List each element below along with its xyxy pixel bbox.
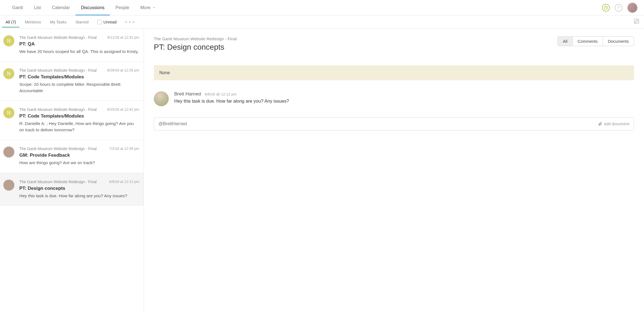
comment: Brett Harned 6/6/18 @ 12:12 pm Hey this … bbox=[154, 91, 634, 106]
compose-icon[interactable] bbox=[634, 18, 640, 25]
thread-title: PT: QA bbox=[19, 41, 139, 47]
thread-date: 9/11/18 at 12:32 pm bbox=[107, 35, 139, 39]
none-banner: None bbox=[154, 65, 634, 80]
comment-body: Hey this task is due. How far along are … bbox=[174, 98, 289, 104]
topnav-tab-discussions[interactable]: Discussions bbox=[75, 0, 110, 15]
subnav-tab-mentions[interactable]: Mentions bbox=[20, 17, 46, 28]
photo-avatar-icon bbox=[3, 146, 14, 158]
subnav-tab-starred[interactable]: Starred bbox=[71, 17, 93, 28]
thread-date: 7/2/18 at 12:39 pm bbox=[109, 146, 139, 151]
initial-avatar-icon: N bbox=[3, 68, 14, 79]
thread-preview: How are things going? Are we on track? bbox=[19, 160, 139, 166]
thread-preview: We have 20 hours scoped for all QA. This… bbox=[19, 49, 139, 55]
thread-title: PT: Code Templates/Modules bbox=[19, 74, 139, 80]
checkbox-icon[interactable] bbox=[97, 20, 102, 24]
sub-nav: All (7)MentionsMy TasksStarred Unread • … bbox=[0, 15, 644, 29]
topnav-tab-calendar[interactable]: Calendar bbox=[46, 0, 75, 15]
thread-date: 8/15/18 at 12:42 pm bbox=[107, 107, 139, 111]
add-document-label: add document bbox=[604, 122, 629, 126]
thread-item[interactable]: The Gantt Museum Website Redesign - Fina… bbox=[0, 140, 144, 173]
reply-box[interactable]: add document bbox=[154, 117, 634, 130]
comment-avatar bbox=[154, 91, 169, 106]
pill-documents[interactable]: Documents bbox=[603, 37, 634, 46]
topnav-tab-list[interactable]: List bbox=[28, 0, 46, 15]
comment-author: Brett Harned bbox=[174, 91, 201, 97]
subnav-tab-my-tasks[interactable]: My Tasks bbox=[46, 17, 71, 28]
add-document-button[interactable]: add document bbox=[598, 122, 629, 126]
thread-item[interactable]: NThe Gantt Museum Website Redesign - Fin… bbox=[0, 101, 144, 140]
thread-list: NThe Gantt Museum Website Redesign - Fin… bbox=[0, 29, 144, 312]
thread-preview: Scope: 20 hours to complete Mike: Respon… bbox=[19, 81, 139, 94]
pill-comments[interactable]: Comments bbox=[572, 37, 603, 46]
filter-pill-group: AllCommentsDocuments bbox=[558, 36, 634, 46]
detail-project: The Gantt Museum Website Redesign - Fina… bbox=[154, 36, 237, 41]
subnav-tab-all-[interactable]: All (7) bbox=[1, 17, 20, 28]
help-icon[interactable]: ? bbox=[615, 4, 622, 12]
topnav-tab-gantt[interactable]: Gantt bbox=[7, 0, 28, 15]
user-avatar[interactable] bbox=[627, 3, 637, 13]
initial-avatar-icon: N bbox=[3, 107, 14, 118]
thread-item[interactable]: NThe Gantt Museum Website Redesign - Fin… bbox=[0, 62, 144, 101]
more-menu-icon[interactable]: • • • bbox=[121, 20, 139, 24]
top-nav: GanttListCalendarDiscussionsPeopleMore ? bbox=[0, 0, 644, 15]
clock-icon[interactable] bbox=[602, 4, 610, 12]
photo-avatar-icon bbox=[3, 180, 14, 191]
topnav-tab-people[interactable]: People bbox=[110, 0, 135, 15]
thread-detail: The Gantt Museum Website Redesign - Fina… bbox=[144, 29, 644, 312]
thread-title: PT: Code Templates/Modules bbox=[19, 113, 139, 119]
thread-preview: Hey this task is due. How far along are … bbox=[19, 193, 139, 199]
thread-date: 8/28/18 at 12:26 pm bbox=[107, 68, 139, 72]
thread-title: GM: Provide Feedback bbox=[19, 153, 139, 158]
paperclip-icon bbox=[598, 122, 602, 126]
comment-meta: 6/6/18 @ 12:12 pm bbox=[205, 92, 237, 96]
chevron-down-icon bbox=[153, 6, 155, 9]
pill-all[interactable]: All bbox=[558, 37, 572, 46]
unread-toggle[interactable]: Unread bbox=[93, 17, 121, 28]
initial-avatar-icon: N bbox=[3, 35, 14, 46]
thread-date: 6/6/18 at 12:12 pm bbox=[109, 180, 139, 184]
reply-input[interactable] bbox=[159, 121, 598, 126]
thread-item[interactable]: The Gantt Museum Website Redesign - Fina… bbox=[0, 173, 144, 206]
thread-preview: R: Danielle A: ; Hey Danielle, How are t… bbox=[19, 121, 139, 133]
thread-item[interactable]: NThe Gantt Museum Website Redesign - Fin… bbox=[0, 29, 144, 62]
unread-label: Unread bbox=[103, 20, 117, 24]
detail-title: PT: Design concepts bbox=[154, 43, 237, 52]
topnav-tab-more[interactable]: More bbox=[135, 0, 161, 15]
thread-title: PT: Design concepts bbox=[19, 186, 139, 191]
